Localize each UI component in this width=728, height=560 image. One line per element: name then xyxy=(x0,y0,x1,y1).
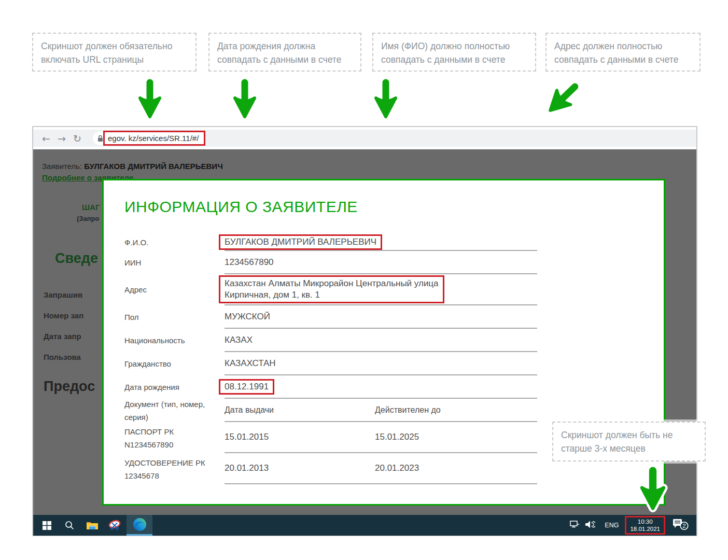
field-label: Ф.И.О. xyxy=(124,234,225,251)
snipping-tool-icon xyxy=(108,520,122,531)
volume-tray-button[interactable] xyxy=(585,520,595,531)
language-indicator[interactable]: ENG xyxy=(605,522,619,529)
callout-name-requirement: Имя (ФИО) должно полностью совпадать с д… xyxy=(372,33,536,72)
applicant-fields: Ф.И.О. БУЛГАКОВ ДМИТРИЙ ВАЛЕРЬЕВИЧ ИИН 1… xyxy=(124,234,537,484)
start-icon xyxy=(43,521,51,530)
documents-header-row: Документ (тип, номер, серия) Дата выдачи… xyxy=(124,399,537,422)
browser-window: ← → ↻ egov. kz/services/SR.11/#/ Заявите… xyxy=(32,126,697,536)
field-value-line: Кирпичная, дом 1, кв. 1 xyxy=(225,289,439,301)
tray-date: 18.01.2021 xyxy=(630,525,660,533)
callout-url-requirement: Скриншот должен обязательно включать URL… xyxy=(32,33,197,72)
address-highlight-box: Казахстан Алматы Микрорайон Центральный … xyxy=(219,275,444,303)
bg-section-heading-2: Предос xyxy=(44,379,95,395)
callout-address-requirement: Адрес должен полностью совпадать с данны… xyxy=(545,33,701,72)
file-explorer-button[interactable] xyxy=(81,515,104,536)
document-issued: 15.01.2015 xyxy=(225,432,375,442)
field-citizenship: Гражданство КАЗАХСТАН xyxy=(124,352,537,375)
clock-highlight-box[interactable]: 10:30 18.01.2021 xyxy=(625,516,665,535)
taskbar-search-button[interactable] xyxy=(58,515,81,536)
start-button[interactable] xyxy=(35,515,58,536)
callout-birthdate-requirement: Дата рождения должна совпадать с данными… xyxy=(208,33,361,72)
field-iin: ИИН 1234567890 xyxy=(124,251,537,274)
notifications-button[interactable]: 2 xyxy=(671,517,689,533)
callout-address-text: Адрес должен полностью совпадать с данны… xyxy=(554,41,678,65)
back-icon[interactable]: ← xyxy=(38,133,54,144)
field-address: Адрес Казахстан Алматы Микрорайон Центра… xyxy=(124,274,537,305)
field-nationality: Национальность КАЗАХ xyxy=(124,329,537,352)
annotated-screenshot: Скриншот должен обязательно включать URL… xyxy=(0,0,728,560)
valid-until-column-header: Действителен до xyxy=(375,405,537,415)
bg-row-label: Дата запр xyxy=(44,332,81,341)
documents-label: Документ (тип, номер, серия) xyxy=(124,399,225,422)
network-tray-button[interactable] xyxy=(570,520,580,530)
document-valid-until: 15.01.2025 xyxy=(375,432,537,442)
issue-date-column-header: Дата выдачи xyxy=(225,405,375,415)
applicant-label: Заявитель: xyxy=(42,162,82,171)
field-value: МУЖСКОЙ xyxy=(225,305,537,329)
fio-highlight-box: БУЛГАКОВ ДМИТРИЙ ВАЛЕРЬЕВИЧ xyxy=(219,234,382,250)
notifications-icon: 2 xyxy=(671,517,689,531)
notification-count: 2 xyxy=(682,523,685,529)
system-tray: ENG 10:30 18.01.2021 2 xyxy=(570,515,696,536)
url-text[interactable]: egov. kz/services/SR.11/#/ xyxy=(108,134,199,143)
bg-step-heading: ШАГ xyxy=(82,203,100,212)
lock-icon xyxy=(97,135,103,142)
bg-row-label: Запрашив xyxy=(44,290,82,299)
field-label: Гражданство xyxy=(124,352,225,375)
field-value: 08.12.1991 xyxy=(225,382,269,392)
bg-row-label: Пользова xyxy=(44,353,81,361)
bg-row-label: Номер зап xyxy=(44,311,83,320)
document-name: ПАСПОРТ РК xyxy=(124,427,174,436)
callout-name-text: Имя (ФИО) должно полностью совпадать с д… xyxy=(381,41,510,65)
field-fio: Ф.И.О. БУЛГАКОВ ДМИТРИЙ ВАЛЕРЬЕВИЧ xyxy=(124,234,537,251)
reload-icon[interactable]: ↻ xyxy=(69,133,85,144)
snipping-tool-button[interactable] xyxy=(104,515,127,536)
applicant-line: Заявитель: БУЛГАКОВ ДМИТРИЙ ВАЛЕРЬЕВИЧ xyxy=(42,162,223,171)
forward-icon[interactable]: → xyxy=(54,133,69,144)
bg-section-heading-1: Сведе xyxy=(55,250,98,267)
volume-icon xyxy=(585,520,595,529)
birthdate-highlight-box: 08.12.1991 xyxy=(219,379,274,395)
green-down-arrow-icon xyxy=(138,79,162,120)
bg-step-note: (Запро xyxy=(77,215,99,222)
document-number: 12345678 xyxy=(124,471,159,480)
modal-title: ИНФОРМАЦИЯ О ЗАЯВИТЕЛЕ xyxy=(124,198,664,216)
document-row-id-card: УДОСТОВЕРЕНИЕ РК 12345678 20.01.2013 20.… xyxy=(124,453,537,484)
document-row-passport: ПАСПОРТ РК N1234567890 15.01.2015 15.01.… xyxy=(124,422,537,453)
edge-icon xyxy=(133,517,147,531)
search-icon xyxy=(65,521,74,530)
browser-toolbar: ← → ↻ egov. kz/services/SR.11/#/ xyxy=(33,130,696,147)
windows-taskbar: ENG 10:30 18.01.2021 2 xyxy=(33,515,696,536)
green-down-arrow-icon xyxy=(374,79,398,120)
address-bar[interactable]: egov. kz/services/SR.11/#/ xyxy=(93,131,206,145)
document-valid-until: 20.01.2023 xyxy=(375,463,537,473)
field-value: БУЛГАКОВ ДМИТРИЙ ВАЛЕРЬЕВИЧ xyxy=(225,237,376,247)
applicant-name: БУЛГАКОВ ДМИТРИЙ ВАЛЕРЬЕВИЧ xyxy=(84,162,222,171)
field-label: Адрес xyxy=(124,274,225,305)
green-down-arrow-outlined-icon xyxy=(639,467,666,512)
field-label: ИИН xyxy=(124,251,225,274)
file-explorer-icon xyxy=(86,521,99,530)
callout-birthdate-text: Дата рождения должна совпадать с данными… xyxy=(217,41,341,65)
field-label: Дата рождения xyxy=(124,375,225,399)
green-diagonal-arrow-icon xyxy=(539,76,586,122)
green-down-arrow-icon xyxy=(233,79,257,120)
edge-browser-button[interactable] xyxy=(127,515,152,536)
field-label: Национальность xyxy=(124,329,225,352)
field-value-line: Казахстан Алматы Микрорайон Центральный … xyxy=(225,278,439,289)
field-value: КАЗАХ xyxy=(225,329,537,352)
callout-age-text: Скриншот должен быть не старше 3-х месяц… xyxy=(561,430,673,454)
network-icon xyxy=(570,520,580,528)
field-label: Пол xyxy=(124,305,225,329)
field-gender: Пол МУЖСКОЙ xyxy=(124,305,537,329)
document-name: УДОСТОВЕРЕНИЕ РК xyxy=(124,458,205,467)
field-birthdate: Дата рождения 08.12.1991 xyxy=(124,375,537,399)
field-value: КАЗАХСТАН xyxy=(225,352,537,375)
tray-time: 10:30 xyxy=(630,518,660,525)
field-value: 1234567890 xyxy=(225,251,537,274)
callout-url-text: Скриншот должен обязательно включать URL… xyxy=(41,41,172,65)
url-highlight-box: egov. kz/services/SR.11/#/ xyxy=(103,131,205,146)
callout-age-requirement: Скриншот должен быть не старше 3-х месяц… xyxy=(552,422,706,461)
document-number: N1234567890 xyxy=(124,440,173,449)
document-issued: 20.01.2013 xyxy=(225,463,375,473)
